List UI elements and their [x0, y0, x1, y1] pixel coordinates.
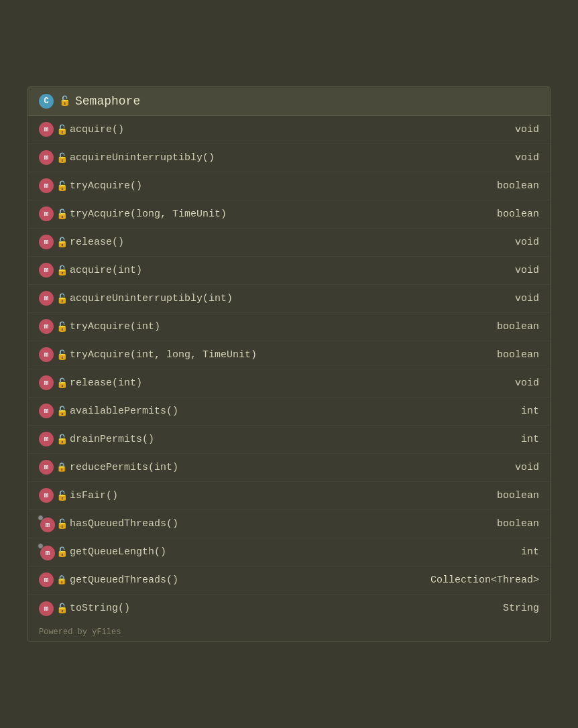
table-row[interactable]: m🔓tryAcquire(int)boolean	[28, 313, 550, 341]
method-icon: m	[39, 206, 54, 221]
return-type: void	[432, 152, 539, 164]
method-name: release()	[70, 237, 432, 248]
table-row[interactable]: m🔓drainPermits()int	[28, 426, 550, 454]
return-type: int	[432, 434, 539, 445]
lock-open-icon: 🔓	[56, 321, 67, 332]
class-header: C 🔓 Semaphore	[28, 87, 550, 116]
method-name: isFair()	[70, 490, 432, 501]
table-row[interactable]: m🔓availablePermits()int	[28, 398, 550, 426]
lock-open-icon: 🔓	[56, 377, 67, 388]
method-icon: m	[39, 432, 54, 446]
return-type: boolean	[432, 490, 539, 501]
method-name: acquire()	[70, 124, 432, 135]
lock-open-icon: 🔓	[56, 518, 67, 529]
table-row[interactable]: m🔒reducePermits(int)void	[28, 454, 550, 482]
method-icon: m	[40, 546, 55, 560]
method-name: acquireUninterruptibly(int)	[70, 293, 432, 304]
return-type: void	[432, 265, 539, 276]
method-icon: m	[39, 404, 54, 418]
table-row[interactable]: m🔓tryAcquire(long, TimeUnit)boolean	[28, 200, 550, 229]
return-type: boolean	[432, 518, 539, 530]
method-name: release(int)	[70, 377, 432, 389]
lock-open-icon: 🔓	[56, 208, 67, 219]
method-name: hasQueuedThreads()	[70, 518, 432, 530]
lock-open-icon: 🔓	[56, 546, 67, 557]
class-title: Semaphore	[75, 95, 140, 108]
method-icon: m	[39, 347, 54, 362]
return-type: void	[432, 377, 539, 389]
method-icon: m	[39, 601, 54, 616]
return-type: boolean	[432, 208, 539, 220]
method-icon: m	[39, 460, 54, 475]
method-icon: m	[39, 488, 54, 503]
lock-open-icon: 🔓	[56, 406, 67, 416]
table-row[interactable]: m🔓getQueueLength()int	[28, 538, 550, 566]
lock-open-icon: 🔓	[56, 490, 67, 501]
method-name: drainPermits()	[70, 434, 432, 445]
table-row[interactable]: m🔒getQueuedThreads()Collection<Thread>	[28, 566, 550, 595]
return-type: void	[432, 293, 539, 304]
lock-open-icon: 🔓	[56, 265, 67, 276]
lock-open-icon: 🔓	[56, 124, 67, 135]
method-name: tryAcquire(int, long, TimeUnit)	[70, 349, 432, 361]
method-icon: m	[40, 518, 55, 532]
method-name: acquireUninterruptibly()	[70, 152, 432, 164]
table-row[interactable]: m🔓release(int)void	[28, 369, 550, 398]
method-icon: m	[39, 319, 54, 334]
table-row[interactable]: m🔓isFair()boolean	[28, 482, 550, 510]
method-name: toString()	[70, 603, 432, 614]
lock-closed-icon: 🔒	[56, 574, 67, 585]
table-row[interactable]: m🔓acquireUninterruptibly()void	[28, 144, 550, 172]
method-name: getQueuedThreads()	[70, 574, 430, 586]
lock-open-icon: 🔓	[56, 349, 67, 360]
table-row[interactable]: m🔓acquire(int)void	[28, 257, 550, 285]
method-icon: m	[39, 291, 54, 306]
table-row[interactable]: m🔓tryAcquire()boolean	[28, 172, 550, 200]
class-diagram-container: C 🔓 Semaphore m🔓acquire()voidm🔓acquireUn…	[27, 86, 551, 642]
return-type: Collection<Thread>	[430, 574, 539, 586]
footer-text: Powered by yFiles	[39, 627, 121, 637]
table-row[interactable]: m🔓acquire()void	[28, 116, 550, 144]
lock-open-icon: 🔓	[56, 603, 67, 614]
return-type: void	[432, 124, 539, 135]
method-name: getQueueLength()	[70, 546, 432, 558]
return-type: int	[432, 406, 539, 417]
lock-open-icon: 🔓	[56, 152, 67, 163]
method-name: tryAcquire(int)	[70, 321, 432, 332]
lock-open-icon: 🔓	[56, 180, 67, 191]
return-type: void	[432, 237, 539, 248]
method-name: tryAcquire()	[70, 180, 432, 192]
table-row[interactable]: m🔓toString()String	[28, 595, 550, 623]
method-name: reducePermits(int)	[70, 462, 432, 473]
return-type: String	[432, 603, 539, 614]
method-icon: m	[39, 235, 54, 249]
method-icon: m	[39, 122, 54, 137]
method-name: tryAcquire(long, TimeUnit)	[70, 208, 432, 220]
return-type: boolean	[432, 349, 539, 361]
lock-closed-icon: 🔒	[56, 462, 67, 473]
table-row[interactable]: m🔓tryAcquire(int, long, TimeUnit)boolean	[28, 341, 550, 369]
lock-open-icon: 🔓	[56, 237, 67, 247]
table-row[interactable]: m🔓release()void	[28, 229, 550, 257]
lock-open-icon: 🔓	[56, 434, 67, 444]
return-type: boolean	[432, 180, 539, 192]
footer: Powered by yFiles	[28, 623, 550, 642]
method-name: acquire(int)	[70, 265, 432, 276]
method-name: availablePermits()	[70, 406, 432, 417]
table-row[interactable]: m🔓hasQueuedThreads()boolean	[28, 510, 550, 538]
method-icon: m	[39, 178, 54, 193]
method-icon: m	[39, 150, 54, 165]
lock-open-icon: 🔓	[56, 293, 67, 304]
method-icon: m	[39, 375, 54, 390]
table-row[interactable]: m🔓acquireUninterruptibly(int)void	[28, 285, 550, 313]
class-icon: C	[39, 94, 54, 109]
methods-list: m🔓acquire()voidm🔓acquireUninterruptibly(…	[28, 116, 550, 623]
return-type: void	[432, 462, 539, 473]
method-icon: m	[39, 263, 54, 278]
header-lock-icon: 🔓	[59, 96, 70, 107]
method-icon: m	[39, 572, 54, 587]
return-type: int	[432, 546, 539, 558]
return-type: boolean	[432, 321, 539, 332]
